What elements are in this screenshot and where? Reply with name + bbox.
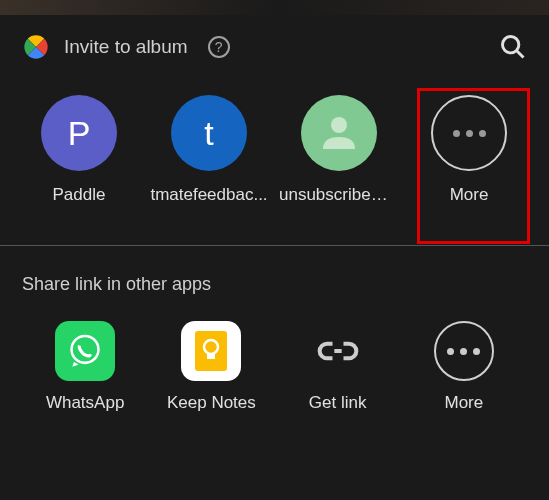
google-photos-icon	[22, 33, 50, 61]
whatsapp-icon	[55, 321, 115, 381]
svg-point-2	[331, 117, 347, 133]
app-label: WhatsApp	[46, 393, 124, 413]
app-get-link[interactable]: Get link	[275, 321, 401, 413]
contact-label: More	[450, 185, 489, 205]
header-title: Invite to album	[64, 36, 188, 58]
svg-point-0	[503, 37, 519, 53]
app-whatsapp[interactable]: WhatsApp	[22, 321, 148, 413]
contact-label: unsubscribe@...	[279, 185, 399, 205]
contacts-row: P Paddle t tmatefeedbac... unsubscribe@.…	[0, 75, 549, 215]
svg-rect-4	[195, 331, 227, 371]
app-more[interactable]: More	[401, 321, 527, 413]
image-strip	[0, 0, 549, 15]
share-title: Share link in other apps	[22, 274, 527, 295]
svg-rect-6	[207, 353, 215, 359]
apps-row: WhatsApp Keep Notes Get link	[22, 321, 527, 413]
app-label: Keep Notes	[167, 393, 256, 413]
contact-unsubscribe[interactable]: unsubscribe@...	[274, 95, 404, 205]
link-icon	[308, 321, 368, 381]
app-label: More	[445, 393, 484, 413]
app-label: Get link	[309, 393, 367, 413]
avatar: t	[171, 95, 247, 171]
svg-point-3	[72, 336, 99, 363]
avatar	[301, 95, 377, 171]
avatar: P	[41, 95, 117, 171]
header: Invite to album ?	[0, 15, 549, 75]
more-icon	[434, 321, 494, 381]
app-keep-notes[interactable]: Keep Notes	[148, 321, 274, 413]
search-icon[interactable]	[499, 33, 527, 61]
contact-paddle[interactable]: P Paddle	[14, 95, 144, 205]
svg-line-1	[517, 51, 524, 58]
help-icon[interactable]: ?	[208, 36, 230, 58]
contact-more[interactable]: More	[404, 95, 534, 205]
share-section: Share link in other apps WhatsApp Keep N	[0, 246, 549, 413]
contact-label: tmatefeedbac...	[150, 185, 267, 205]
contact-label: Paddle	[53, 185, 106, 205]
contact-tmatefeedback[interactable]: t tmatefeedbac...	[144, 95, 274, 205]
keep-notes-icon	[181, 321, 241, 381]
more-icon	[431, 95, 507, 171]
